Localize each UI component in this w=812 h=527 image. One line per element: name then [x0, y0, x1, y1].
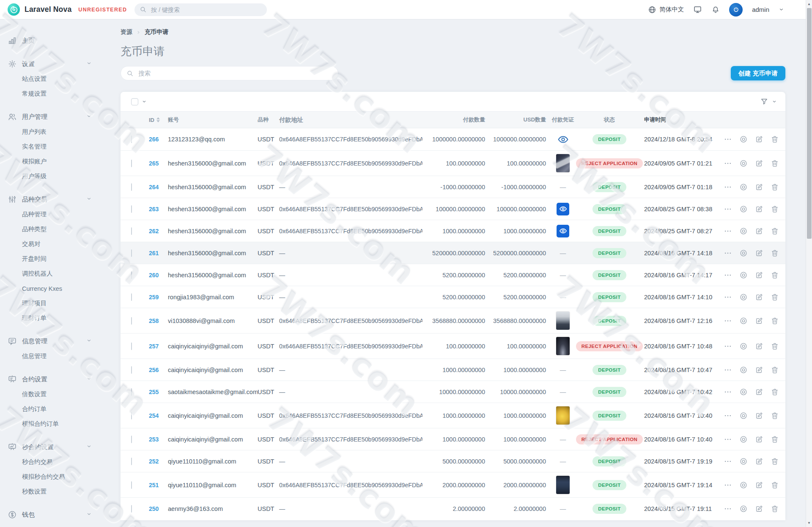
row-actions-menu-icon[interactable] [724, 366, 732, 374]
row-checkbox[interactable] [131, 342, 132, 350]
delete-icon[interactable] [771, 159, 779, 168]
select-all-dropdown-chevron-icon[interactable] [142, 99, 147, 104]
sidebar-section-7[interactable]: 钱包 [0, 507, 102, 522]
row-checkbox[interactable] [131, 205, 132, 213]
row-actions-menu-icon[interactable] [724, 505, 732, 513]
voucher-thumbnail[interactable] [556, 312, 570, 330]
row-id-link[interactable]: 266 [149, 136, 168, 143]
row-id-link[interactable]: 250 [149, 505, 168, 512]
edit-icon[interactable] [755, 317, 763, 325]
sidebar-item[interactable]: 开盘时间 [0, 251, 102, 266]
view-icon[interactable] [739, 505, 748, 513]
user-avatar[interactable] [729, 3, 743, 17]
row-actions-menu-icon[interactable] [724, 293, 732, 301]
breadcrumb-resources[interactable]: 资源 [121, 28, 132, 36]
delete-icon[interactable] [771, 293, 779, 301]
row-checkbox[interactable] [131, 183, 132, 191]
filter-dropdown-chevron-icon[interactable] [772, 99, 777, 104]
sidebar-section-1[interactable]: 设置 [0, 56, 102, 72]
row-actions-menu-icon[interactable] [724, 342, 732, 350]
delete-icon[interactable] [771, 183, 779, 191]
column-header-id[interactable]: ID [149, 117, 168, 123]
view-icon[interactable] [739, 435, 748, 444]
row-actions-menu-icon[interactable] [724, 388, 732, 396]
sidebar-section-6[interactable]: 秒合约设置 [0, 439, 102, 455]
view-icon[interactable] [739, 205, 748, 213]
row-id-link[interactable]: 261 [149, 250, 168, 257]
row-id-link[interactable]: 252 [149, 458, 168, 465]
row-id-link[interactable]: 259 [149, 294, 168, 301]
sidebar-item[interactable]: 倍数设置 [0, 387, 102, 402]
row-id-link[interactable]: 251 [149, 482, 168, 488]
view-icon[interactable] [739, 481, 748, 489]
sidebar-item[interactable]: 理财项目 [0, 296, 102, 311]
sidebar-item[interactable]: 品种管理 [0, 207, 102, 222]
row-actions-menu-icon[interactable] [724, 271, 732, 279]
sidebar-item[interactable]: 模拟账户 [0, 154, 102, 169]
row-id-link[interactable]: 265 [149, 160, 168, 167]
global-search-input[interactable] [150, 6, 262, 14]
row-checkbox[interactable] [131, 388, 132, 396]
row-checkbox[interactable] [131, 436, 132, 443]
scrollbar-up-arrow-icon[interactable]: ▲ [806, 2, 812, 6]
row-id-link[interactable]: 256 [149, 367, 168, 373]
voucher-thumbnail[interactable] [556, 154, 570, 172]
delete-icon[interactable] [771, 317, 779, 325]
sidebar-section-2[interactable]: 用户管理 [0, 109, 102, 124]
row-id-link[interactable]: 263 [149, 206, 168, 212]
sidebar-item[interactable]: 品种类型 [0, 222, 102, 237]
delete-icon[interactable] [771, 435, 779, 444]
row-actions-menu-icon[interactable] [724, 481, 732, 489]
sidebar-item[interactable]: 秒合约交易 [0, 455, 102, 469]
row-id-link[interactable]: 253 [149, 436, 168, 443]
delete-icon[interactable] [771, 388, 779, 396]
row-actions-menu-icon[interactable] [724, 317, 732, 325]
sidebar-section-4[interactable]: 信息管理 [0, 334, 102, 349]
edit-icon[interactable] [755, 159, 763, 168]
sidebar-item[interactable]: 秒数设置 [0, 484, 102, 499]
row-checkbox[interactable] [131, 249, 132, 257]
sidebar-item[interactable]: 信息管理 [0, 349, 102, 364]
row-actions-menu-icon[interactable] [724, 457, 732, 466]
edit-icon[interactable] [755, 481, 763, 489]
sidebar-item[interactable]: 合约订单 [0, 402, 102, 417]
view-icon[interactable] [739, 293, 748, 301]
row-actions-menu-icon[interactable] [724, 249, 732, 257]
delete-icon[interactable] [771, 227, 779, 235]
edit-icon[interactable] [755, 135, 763, 143]
delete-icon[interactable] [771, 205, 779, 213]
voucher-thumbnail[interactable] [556, 406, 570, 425]
edit-icon[interactable] [755, 183, 763, 191]
sidebar-section-5[interactable]: 合约设置 [0, 372, 102, 387]
row-id-link[interactable]: 260 [149, 272, 168, 279]
view-icon[interactable] [739, 227, 748, 235]
create-deposit-button[interactable]: 创建 充币申请 [731, 66, 785, 80]
user-menu-label[interactable]: admin [752, 6, 769, 13]
row-checkbox[interactable] [131, 160, 132, 167]
filter-funnel-icon[interactable] [760, 97, 768, 106]
row-checkbox[interactable] [131, 271, 132, 279]
view-icon[interactable] [739, 183, 748, 191]
edit-icon[interactable] [755, 271, 763, 279]
sidebar-item[interactable]: 交易对 [0, 237, 102, 251]
vertical-scrollbar[interactable]: ▲ ▼ [806, 0, 812, 527]
delete-icon[interactable] [771, 342, 779, 350]
view-icon[interactable] [739, 271, 748, 279]
edit-icon[interactable] [755, 411, 763, 420]
voucher-thumbnail[interactable] [556, 476, 570, 494]
row-checkbox[interactable] [131, 505, 132, 513]
row-actions-menu-icon[interactable] [724, 205, 732, 213]
view-icon[interactable] [739, 411, 748, 420]
row-checkbox[interactable] [131, 317, 132, 325]
edit-icon[interactable] [755, 457, 763, 466]
view-icon[interactable] [739, 135, 748, 143]
sidebar-item[interactable]: 用户等级 [0, 169, 102, 184]
row-id-link[interactable]: 264 [149, 184, 168, 190]
brand-link[interactable]: Laravel Nova [8, 3, 71, 16]
row-checkbox[interactable] [131, 227, 132, 235]
edit-icon[interactable] [755, 366, 763, 374]
view-icon[interactable] [739, 388, 748, 396]
view-icon[interactable] [739, 159, 748, 168]
sidebar-section-3[interactable]: 品种交易 [0, 192, 102, 207]
row-actions-menu-icon[interactable] [724, 135, 732, 143]
